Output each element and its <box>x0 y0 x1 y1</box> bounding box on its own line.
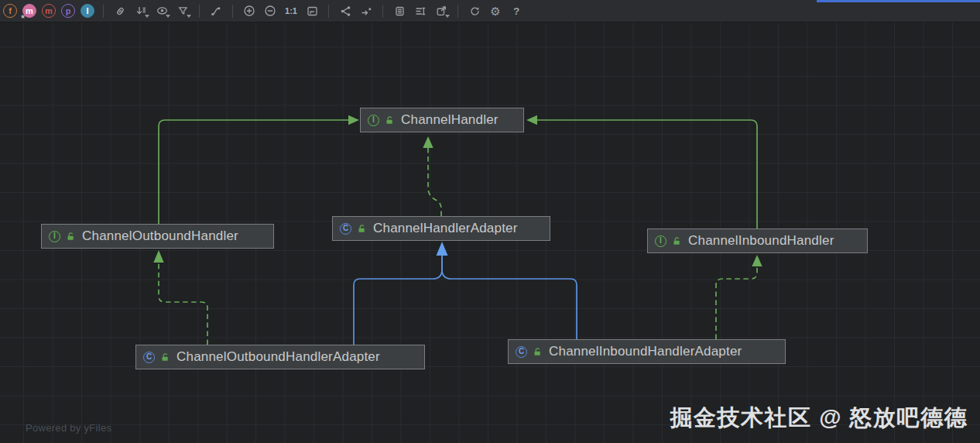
fields-toggle[interactable]: f <box>3 4 17 18</box>
interface-icon: I <box>655 235 666 247</box>
link-icon[interactable] <box>112 3 128 19</box>
toolbar-separator <box>103 5 104 18</box>
filter-icon[interactable] <box>175 3 190 19</box>
class-icon: C <box>340 223 351 235</box>
zoom-out-icon[interactable] <box>262 3 278 19</box>
constructors-toggle[interactable]: m <box>42 4 56 18</box>
copy-diagram-icon[interactable] <box>392 3 407 19</box>
node-channel-outbound-handler-adapter[interactable]: C ChannelOutboundHandlerAdapter <box>135 345 425 369</box>
toolbar-separator <box>199 5 200 18</box>
star-badge-icon <box>20 12 26 20</box>
actual-size-button[interactable]: 1:1 <box>283 3 299 19</box>
edge-routing-icon[interactable] <box>208 3 224 19</box>
methods-star-toggle[interactable]: m <box>22 4 36 18</box>
fit-content-icon[interactable] <box>304 3 320 19</box>
unlocked-padlock-icon <box>533 347 543 356</box>
node-channel-handler[interactable]: I ChannelHandler <box>360 108 524 132</box>
unlocked-padlock-icon <box>673 236 682 246</box>
interface-icon: I <box>49 231 60 242</box>
top-accent-bar <box>817 0 980 2</box>
properties-toggle[interactable]: p <box>61 4 75 18</box>
interface-icon: I <box>368 115 379 126</box>
toolbar-separator <box>457 5 458 18</box>
settings-gear-icon[interactable] <box>488 3 503 19</box>
node-channel-inbound-handler-adapter[interactable]: C ChannelInboundHandlerAdapter <box>508 339 786 364</box>
community-attribution: 掘金技术社区 @ 怒放吧德德 <box>670 403 968 434</box>
node-label: ChannelOutboundHandlerAdapter <box>176 349 380 365</box>
node-channel-inbound-handler[interactable]: I ChannelInboundHandler <box>647 228 868 253</box>
unlocked-padlock-icon <box>385 115 395 125</box>
visibility-eye-icon[interactable] <box>154 3 170 19</box>
dependencies-icon[interactable] <box>133 3 149 19</box>
node-label: ChannelHandler <box>401 112 499 128</box>
diagram-toolbar: f m m p I 1:1 <box>0 0 980 22</box>
export-diagram-icon[interactable] <box>433 3 449 19</box>
toolbar-separator <box>328 5 329 18</box>
node-label: ChannelInboundHandler <box>688 233 834 249</box>
inner-classes-toggle[interactable]: I <box>81 4 94 18</box>
unlocked-padlock-icon <box>67 232 76 241</box>
help-icon[interactable]: ? <box>509 3 524 19</box>
toolbar-separator <box>382 5 383 18</box>
node-label: ChannelInboundHandlerAdapter <box>549 344 742 359</box>
zoom-in-icon[interactable] <box>242 3 257 19</box>
jump-to-source-icon[interactable] <box>358 3 374 19</box>
node-label: ChannelHandlerAdapter <box>373 221 518 236</box>
class-icon: C <box>143 352 155 363</box>
unlocked-padlock-icon <box>358 224 367 233</box>
unlocked-padlock-icon <box>161 352 170 362</box>
refresh-icon[interactable] <box>467 3 482 19</box>
node-label: ChannelOutboundHandler <box>82 228 238 244</box>
class-icon: C <box>516 346 527 358</box>
show-siblings-icon[interactable] <box>338 3 353 19</box>
node-channel-handler-adapter[interactable]: C ChannelHandlerAdapter <box>332 216 550 241</box>
node-channel-outbound-handler[interactable]: I ChannelOutboundHandler <box>41 224 274 249</box>
edit-text-icon[interactable] <box>413 3 428 19</box>
toolbar-separator <box>232 5 233 18</box>
yfiles-watermark: Powered by yFiles <box>26 422 111 434</box>
